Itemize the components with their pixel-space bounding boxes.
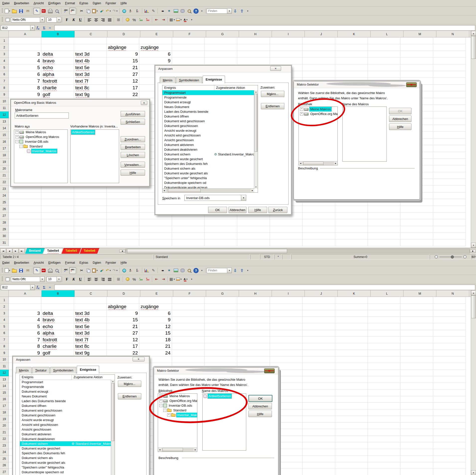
cell-C1[interactable]	[74, 297, 107, 304]
cell-J6[interactable]	[303, 71, 335, 78]
cell-D3[interactable]: 9	[107, 51, 139, 58]
cell-D8[interactable]: 17	[107, 85, 139, 91]
cell-D28[interactable]	[107, 219, 139, 226]
cell-C3[interactable]: text 3d	[74, 51, 107, 58]
cell-E4[interactable]: 9	[139, 58, 172, 64]
cell-N7[interactable]	[433, 78, 466, 85]
event-row[interactable]: Ansicht wird geschlossen	[20, 422, 111, 427]
cell-M12[interactable]	[400, 370, 433, 376]
align-center-icon[interactable]	[93, 276, 99, 283]
cell-N6[interactable]	[433, 330, 466, 337]
event-row[interactable]: Laden des Dokuments beende	[162, 109, 254, 114]
cell-K26[interactable]	[335, 206, 368, 213]
cell-J5[interactable]	[303, 64, 335, 71]
horizontal-scroll-thumb[interactable]	[127, 249, 287, 253]
cell-C25[interactable]	[74, 199, 107, 206]
cell-B9[interactable]: golf	[41, 91, 74, 98]
cell-C3[interactable]: text 3d	[74, 310, 107, 317]
event-list-vscrollbar[interactable]: ▲▼	[254, 90, 258, 189]
currency-format-icon[interactable]	[124, 276, 131, 283]
increase-indent-icon[interactable]: ⇥	[160, 16, 167, 23]
cell-I29[interactable]	[270, 226, 303, 233]
event-row[interactable]: Dokument geschlossen	[162, 123, 254, 128]
zoom-slider-thumb[interactable]	[451, 255, 454, 258]
cell-F28[interactable]	[172, 219, 205, 226]
column-header-I[interactable]: I	[272, 31, 305, 37]
edit-button[interactable]: Bearbeiten	[121, 144, 145, 150]
cell-G5[interactable]	[205, 323, 237, 330]
toolbar-overflow-icon[interactable]: ▼	[201, 10, 203, 12]
cell-K12[interactable]	[335, 370, 368, 376]
align-left-icon[interactable]	[86, 16, 93, 23]
merge-cells-icon[interactable]: ⊞	[115, 276, 122, 283]
cell-H9[interactable]	[237, 350, 270, 356]
tree-item[interactable]: Inventar_Makros	[14, 149, 68, 153]
event-row[interactable]: Dokument aktivieren	[20, 432, 111, 437]
font-size-input[interactable]: 10	[47, 17, 57, 22]
event-row[interactable]: Dokument wird geschlossen	[20, 408, 111, 413]
event-row[interactable]: Dokument deaktivieren	[20, 437, 111, 441]
cell-H10[interactable]	[237, 356, 270, 363]
cell-C7[interactable]: text 7f	[74, 78, 107, 85]
row-header-26[interactable]: 26	[0, 462, 9, 469]
cell-F29[interactable]	[172, 226, 205, 233]
delete-decimal-icon[interactable]: ✕.000	[144, 276, 151, 283]
cell-M5[interactable]	[400, 323, 433, 330]
menu-datei[interactable]: Datei	[0, 260, 12, 265]
data-sources-icon[interactable]	[179, 267, 186, 274]
event-row[interactable]: Dokument wurde gesichert als	[20, 460, 111, 465]
cell-G3[interactable]	[205, 310, 237, 317]
sort-descending-icon[interactable]: ZA↓	[134, 8, 141, 14]
zoom-slider[interactable]	[430, 254, 471, 259]
cell-C23[interactable]	[74, 186, 107, 192]
find-input[interactable]: Finden	[207, 268, 227, 273]
sort-descending-icon[interactable]: ZA↓	[134, 267, 141, 274]
cell-K7[interactable]	[335, 337, 368, 343]
row-header-9[interactable]: 9	[0, 350, 9, 356]
cell-J16[interactable]	[303, 396, 335, 403]
cell-N18[interactable]	[433, 409, 466, 416]
new-document-icon[interactable]: ▼	[4, 8, 11, 14]
borders-icon[interactable]: ▦▼	[169, 16, 176, 23]
font-size-dropdown-icon[interactable]: ▼	[57, 17, 61, 22]
menu-einfuegen[interactable]: Einfügen	[46, 260, 63, 265]
cell-M17[interactable]	[400, 403, 433, 409]
row-header-3[interactable]: 3	[0, 51, 9, 58]
chart-icon[interactable]	[143, 267, 150, 274]
cell-H3[interactable]	[237, 51, 270, 58]
open-icon[interactable]	[11, 267, 18, 274]
cell-L28[interactable]	[368, 219, 400, 226]
cell-N20[interactable]	[433, 165, 466, 172]
event-row[interactable]: Programmstart	[162, 90, 254, 95]
row-header-24[interactable]: 24	[0, 449, 9, 456]
formula-equals-icon[interactable]: =	[49, 26, 51, 30]
cell-N11[interactable]	[433, 363, 466, 370]
cell-H2[interactable]	[237, 304, 270, 310]
tree-item[interactable]: −Standard	[14, 144, 68, 149]
row-header-28[interactable]: 28	[0, 219, 9, 226]
cell-N17[interactable]	[433, 145, 466, 152]
event-row[interactable]: Dokument sichern als	[162, 166, 254, 171]
close-icon[interactable]: ✕	[406, 82, 417, 87]
font-name-input[interactable]: Netto Offc	[11, 277, 40, 282]
cell-L30[interactable]	[368, 233, 400, 239]
cell-C30[interactable]	[74, 233, 107, 239]
cell-J15[interactable]	[303, 389, 335, 396]
cell-B29[interactable]	[41, 226, 74, 233]
cell-H2[interactable]	[237, 44, 270, 51]
cell-J4[interactable]	[303, 317, 335, 324]
cut-icon[interactable]: ✂	[78, 8, 85, 14]
cell-L31[interactable]	[368, 239, 400, 246]
row-header-16[interactable]: 16	[0, 138, 9, 145]
cell-L4[interactable]	[368, 58, 400, 64]
row-header-11[interactable]: 11	[0, 105, 9, 112]
help-icon[interactable]: ?	[193, 268, 199, 273]
cell-M6[interactable]	[400, 71, 433, 78]
row-header-4[interactable]: 4	[0, 317, 9, 324]
row-header-7[interactable]: 7	[0, 337, 9, 343]
cell-F4[interactable]	[172, 58, 205, 64]
cell-N12[interactable]	[433, 370, 466, 376]
cell-B3[interactable]: delta	[41, 51, 74, 58]
column-header-M[interactable]: M	[403, 290, 436, 297]
cell-B30[interactable]	[41, 233, 74, 239]
